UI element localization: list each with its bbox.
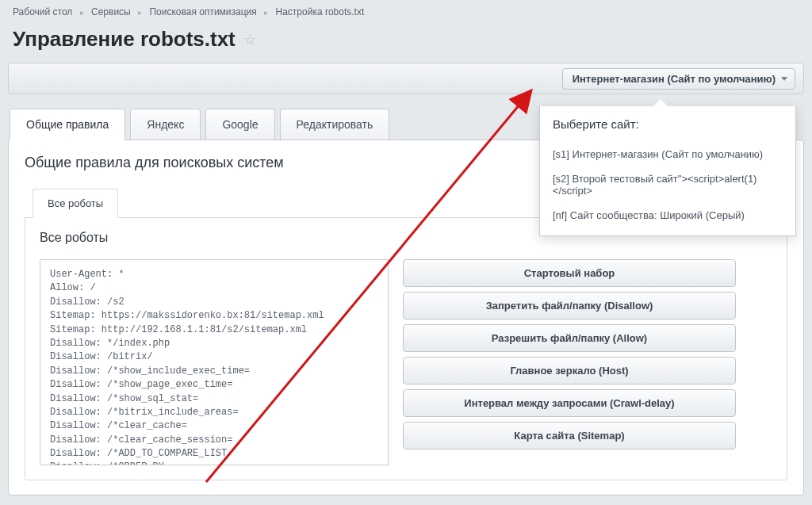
inner-panel: Все роботы User-Agent: * Allow: / Disall…: [25, 217, 787, 480]
tab-yandex[interactable]: Яндекс: [130, 109, 201, 140]
breadcrumb-item[interactable]: Поисковая оптимизация: [149, 6, 256, 17]
page-title: Управление robots.txt: [13, 27, 236, 52]
tab-google[interactable]: Google: [205, 109, 274, 140]
start-set-button[interactable]: Стартовый набор: [403, 259, 736, 287]
editor-row: User-Agent: * Allow: / Disallow: /s2 Sit…: [40, 259, 772, 465]
chevron-right-icon: ▸: [264, 8, 268, 17]
page-title-row: Управление robots.txt ☆: [0, 24, 812, 63]
site-selector-button[interactable]: Интернет-магазин (Сайт по умолчанию): [562, 68, 795, 90]
breadcrumb-item[interactable]: Настройка robots.txt: [276, 6, 365, 17]
robots-textarea[interactable]: User-Agent: * Allow: / Disallow: /s2 Sit…: [40, 259, 389, 465]
site-selector-label: Интернет-магазин (Сайт по умолчанию): [573, 73, 776, 85]
tab-all-robots[interactable]: Все роботы: [33, 189, 118, 218]
sitemap-button[interactable]: Карта сайта (Sitemap): [403, 422, 736, 450]
tab-edit[interactable]: Редактировать: [280, 109, 390, 140]
crawl-delay-button[interactable]: Интервал между запросами (Crawl-delay): [403, 389, 736, 417]
dropdown-heading: Выберите сайт:: [553, 117, 783, 131]
allow-button[interactable]: Разрешить файл/папку (Allow): [403, 324, 736, 352]
site-option[interactable]: [s1] Интернет-магазин (Сайт по умолчанию…: [553, 142, 783, 166]
site-option[interactable]: [nf] Сайт сообщества: Широкий (Серый): [553, 203, 783, 228]
breadcrumb-item[interactable]: Рабочий стол: [13, 6, 72, 17]
chevron-right-icon: ▸: [138, 8, 142, 17]
breadcrumb: Рабочий стол ▸ Сервисы ▸ Поисковая оптим…: [0, 0, 812, 24]
chevron-right-icon: ▸: [80, 8, 84, 17]
toolbar: Интернет-магазин (Сайт по умолчанию): [8, 63, 804, 94]
action-buttons: Стартовый набор Запретить файл/папку (Di…: [403, 259, 736, 450]
site-selector-dropdown: Выберите сайт: [s1] Интернет-магазин (Са…: [539, 106, 796, 236]
tab-common-rules[interactable]: Общие правила: [10, 109, 125, 140]
star-icon[interactable]: ☆: [243, 31, 256, 48]
host-button[interactable]: Главное зеркало (Host): [403, 357, 736, 384]
site-option[interactable]: [s2] Второй тестовый сайт"><script>alert…: [553, 166, 783, 203]
breadcrumb-item[interactable]: Сервисы: [91, 6, 131, 17]
disallow-button[interactable]: Запретить файл/папку (Disallow): [403, 292, 736, 319]
